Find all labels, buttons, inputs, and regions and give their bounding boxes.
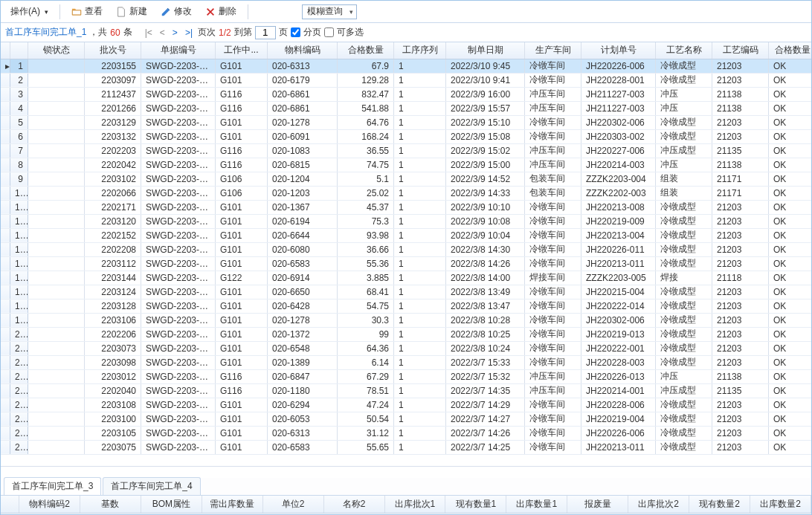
detail-column-header[interactable]: 现有数量1 (445, 496, 506, 513)
page-input[interactable] (255, 26, 276, 39)
cell-pcode: 21203 (712, 214, 769, 228)
column-header[interactable]: 生产车间 (525, 42, 581, 59)
column-header[interactable]: 合格数量... (769, 42, 812, 59)
table-row[interactable]: 132202152SWGD-2203-076G101020-664493.981… (1, 228, 811, 242)
table-row[interactable]: 252203108SWGD-2203-053G101020-629447.241… (1, 398, 811, 412)
edit-button[interactable]: 修改 (155, 2, 197, 21)
detail-column-header[interactable]: 物料编码2 (19, 496, 80, 513)
fuzzy-search-combo[interactable]: 模糊查询▾ (302, 4, 357, 19)
next-page-button[interactable]: > (170, 27, 180, 38)
table-row[interactable]: 62203132SWGD-2203-087G101020-6091168.241… (1, 129, 811, 143)
detail-column-header[interactable]: 基数 (80, 496, 141, 513)
table-row[interactable]: 42201266SWGD-2203-089G116020-6861541.881… (1, 101, 811, 115)
column-header[interactable]: 工序序列 (394, 42, 446, 59)
cell-ok: OK (769, 186, 812, 200)
cell-doc: SWGD-2203-053 (141, 398, 216, 412)
cell-date: 2022/3/7 14:35 (446, 383, 525, 398)
tab-detail-4[interactable]: 首工序车间完工单_4 (103, 477, 200, 495)
detail-column-header[interactable]: BOM属性 (141, 496, 202, 513)
cell-doc: SWGD-2203-092 (141, 73, 216, 87)
table-row[interactable]: ▸12203155SWGD-2203-093G101020-631367.912… (1, 59, 811, 73)
table-row[interactable]: 282203075SWGD-2203-050G101020-658355.651… (1, 440, 811, 454)
row-indicator (1, 101, 10, 115)
table-row[interactable]: 142202208SWGD-2203-074G101020-608036.661… (1, 242, 811, 256)
detail-column-header[interactable]: 出库数量2 (750, 496, 811, 513)
paging-checkbox[interactable] (291, 27, 300, 37)
cell-doc: SWGD-2203-065 (141, 341, 216, 355)
table-row[interactable]: 272203105SWGD-2203-051G101020-631331.121… (1, 426, 811, 440)
detail-column-header[interactable]: 现有数量2 (689, 496, 750, 513)
detail-column-header[interactable]: 需出库数量 (202, 496, 262, 513)
cell-lock (28, 440, 85, 454)
detail-column-header[interactable]: 出库数量1 (506, 496, 567, 513)
view-button[interactable]: 查看 (66, 2, 108, 21)
cell-wc: G101 (216, 398, 268, 412)
cell-qty: 36.66 (338, 242, 394, 256)
column-header[interactable]: 工艺编码 (712, 42, 769, 59)
column-header[interactable]: 制单日期 (446, 42, 525, 59)
horizontal-scrollbar[interactable] (1, 466, 811, 478)
cell-proc: 冷镦成型 (656, 327, 712, 341)
detail-column-header[interactable]: 报废量 (567, 496, 628, 513)
table-row[interactable]: 22203097SWGD-2203-092G101020-6179129.281… (1, 73, 811, 87)
table-row[interactable]: 202202206SWGD-2203-066G101020-1372991202… (1, 327, 811, 341)
row-indicator (1, 355, 10, 369)
table-row[interactable]: 192203106SWGD-2203-067G101020-127830.312… (1, 313, 811, 327)
table-row[interactable]: 122203120SWGD-2203-077G101020-619475.312… (1, 214, 811, 228)
prev-page-button[interactable]: < (158, 27, 167, 38)
column-header[interactable]: 单据编号 (141, 42, 216, 59)
cell-shop: 冷镦车间 (525, 313, 581, 327)
table-row[interactable]: 52203129SWGD-2203-088G101020-127864.7612… (1, 115, 811, 129)
table-row[interactable]: 72202203SWGD-2203-086G116020-108336.5512… (1, 143, 811, 158)
table-row[interactable]: 152203112SWGD-2203-073G101020-658355.361… (1, 256, 811, 271)
table-row[interactable]: 92203102SWGD-2203-084G106020-12045.11202… (1, 172, 811, 186)
cell-lock (28, 228, 85, 242)
table-row[interactable]: 212203073SWGD-2203-065G101020-654864.361… (1, 341, 811, 355)
column-header[interactable]: 合格数量 (338, 42, 394, 59)
column-header[interactable] (1, 42, 10, 59)
cell-batch: 2203108 (85, 398, 141, 412)
column-header[interactable]: 物料编码 (268, 42, 338, 59)
cell-shop: 冷镦车间 (525, 341, 581, 355)
detail-grid[interactable]: 物料编码2基数BOM属性需出库数量单位2名称2出库批次1现有数量1出库数量1报废… (1, 496, 811, 514)
detail-column-header[interactable]: 出库批次2 (628, 496, 689, 513)
new-button[interactable]: 新建 (111, 2, 152, 21)
table-row[interactable]: 32112437SWGD-2203-091G116020-6861832.471… (1, 87, 811, 101)
cell-mat: 020-6179 (268, 73, 338, 87)
table-row[interactable]: 262203100SWGD-2203-052G101020-605350.541… (1, 412, 811, 426)
column-header[interactable]: 计划单号 (581, 42, 656, 59)
table-row[interactable]: 242202040SWGD-2203-054G116020-118078.511… (1, 383, 811, 398)
table-row[interactable]: 222203098SWGD-2203-056G101020-13896.1412… (1, 355, 811, 369)
column-header[interactable]: 批次号 (85, 42, 141, 59)
table-row[interactable]: 102202066SWGD-2203-082G106020-120325.021… (1, 186, 811, 200)
cell-qty: 67.9 (338, 59, 394, 73)
column-header[interactable]: 工作中... (216, 42, 268, 59)
cell-shop: 包装车间 (525, 172, 581, 186)
table-row[interactable]: 162203144SWGD-2203-072G122020-69143.8851… (1, 271, 811, 285)
cell-date: 2022/3/7 14:29 (446, 398, 525, 412)
table-row[interactable]: 112202171SWGD-2203-079G101020-136745.371… (1, 200, 811, 214)
detail-column-header[interactable]: 单位2 (262, 496, 323, 513)
last-page-button[interactable]: >| (183, 27, 195, 38)
detail-column-header[interactable]: 出库批次1 (384, 496, 445, 513)
cell-batch: 2202206 (85, 327, 141, 341)
column-header[interactable] (10, 42, 28, 59)
row-number: 27 (10, 426, 28, 440)
detail-column-header[interactable] (1, 496, 19, 513)
first-page-button[interactable]: |< (143, 27, 155, 38)
main-grid[interactable]: 锁状态批次号单据编号工作中...物料编码合格数量工序序列制单日期生产车间计划单号… (1, 42, 811, 466)
column-header[interactable]: 锁状态 (28, 42, 85, 59)
dataset-link[interactable]: 首工序车间完工单_1 (5, 26, 86, 39)
table-row[interactable]: 232203012SWGD-2203-055G116020-684767.291… (1, 369, 811, 383)
action-menu[interactable]: 操作(A)▾ (5, 2, 54, 21)
tab-detail-3[interactable]: 首工序车间完工单_3 (4, 477, 101, 495)
table-row[interactable]: 182203128SWGD-2203-070G101020-642854.751… (1, 299, 811, 313)
new-doc-icon (116, 7, 126, 17)
delete-button[interactable]: 删除 (200, 2, 242, 21)
detail-column-header[interactable]: 名称2 (323, 496, 384, 513)
column-header[interactable]: 工艺名称 (656, 42, 712, 59)
table-row[interactable]: 172203124SWGD-2203-071G101020-665068.411… (1, 285, 811, 299)
table-row[interactable]: 82202042SWGD-2203-085G116020-681574.7512… (1, 158, 811, 172)
multiselect-checkbox[interactable] (324, 27, 334, 37)
cell-shop: 冲压车间 (525, 143, 581, 158)
